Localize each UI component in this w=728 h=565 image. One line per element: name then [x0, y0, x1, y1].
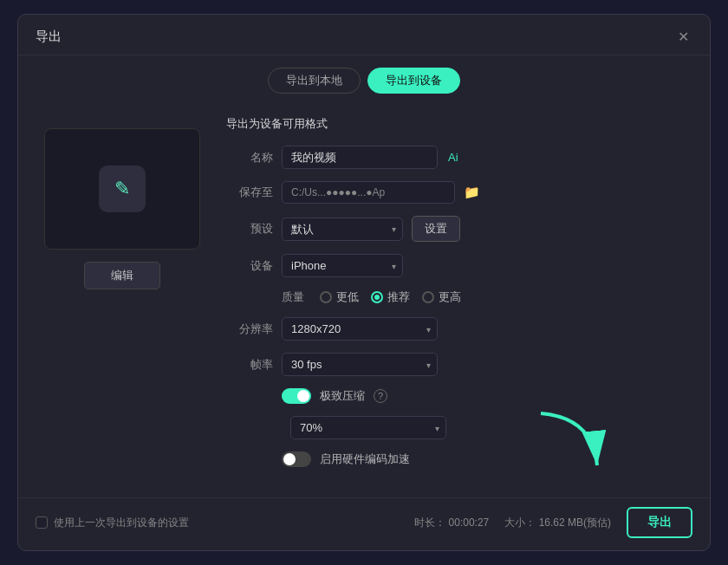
compress-percent-select-wrap: 70% ▾	[290, 416, 446, 439]
edit-button[interactable]: 编辑	[84, 262, 160, 289]
preset-label: 预设	[226, 221, 273, 237]
compress-label: 极致压缩	[320, 388, 365, 404]
compress-toggle[interactable]	[282, 388, 311, 404]
fps-row: 帧率 30 fps ▾	[226, 353, 692, 376]
quality-recommended-radio[interactable]	[371, 291, 383, 303]
name-input[interactable]	[282, 146, 438, 169]
resolution-select[interactable]: 1280x720	[282, 317, 438, 341]
ai-badge: Ai	[448, 151, 458, 164]
resolution-select-wrap: 1280x720 ▾	[282, 317, 438, 341]
fps-select-wrap: 30 fps ▾	[282, 353, 438, 376]
preview-box: ✎	[44, 128, 200, 250]
left-panel: ✎ 编辑	[36, 111, 209, 497]
compress-help-icon[interactable]: ?	[374, 389, 387, 403]
resolution-label: 分辨率	[226, 321, 273, 337]
hw-encode-label: 启用硬件编码加速	[320, 451, 410, 467]
remember-settings-row: 使用上一次导出到设备的设置	[36, 516, 189, 530]
compress-percent-row: 70% ▾	[290, 416, 692, 439]
device-label: 设备	[226, 258, 273, 274]
section-title: 导出为设备可用格式	[226, 116, 692, 132]
save-path: C:/Us...●●●●●...●Ap	[282, 181, 455, 204]
save-label: 保存至	[226, 185, 273, 200]
quality-label: 质量	[282, 289, 304, 305]
tab-device[interactable]: 导出到设备	[367, 68, 460, 94]
name-row: 名称 Ai	[226, 146, 692, 169]
folder-icon[interactable]: 📁	[464, 185, 480, 200]
export-button[interactable]: 导出	[627, 507, 692, 538]
fps-select[interactable]: 30 fps	[282, 353, 438, 376]
resolution-row: 分辨率 1280x720 ▾	[226, 317, 692, 341]
device-row: 设备 iPhone ▾	[226, 254, 692, 277]
dialog-title: 导出	[36, 29, 62, 45]
name-label: 名称	[226, 150, 273, 166]
footer-info: 时长： 00:00:27 大小： 16.62 MB(预估) 导出	[414, 507, 692, 538]
remember-label: 使用上一次导出到设备的设置	[54, 516, 189, 530]
quality-recommended[interactable]: 推荐	[371, 289, 410, 305]
quality-high[interactable]: 更高	[422, 289, 461, 305]
hw-encode-row: 启用硬件编码加速	[282, 451, 692, 467]
dialog-footer: 使用上一次导出到设备的设置 时长： 00:00:27 大小： 16.62 MB(…	[18, 497, 710, 550]
hw-encode-toggle[interactable]	[282, 451, 311, 467]
quality-row: 质量 更低 推荐 更高	[282, 289, 692, 305]
remember-checkbox[interactable]	[36, 516, 48, 529]
fps-label: 帧率	[226, 357, 273, 373]
size-info: 大小： 16.62 MB(预估)	[504, 516, 611, 530]
close-button[interactable]: ✕	[673, 27, 692, 46]
quality-high-radio[interactable]	[422, 291, 434, 303]
compress-row: 极致压缩 ?	[282, 388, 692, 404]
preset-select-wrap: 默认 ▾	[282, 218, 403, 241]
dialog-header: 导出 ✕	[18, 15, 710, 55]
quality-low[interactable]: 更低	[320, 289, 359, 305]
device-select-wrap: iPhone ▾	[282, 254, 403, 277]
right-panel: 导出为设备可用格式 名称 Ai 保存至 C:/Us...●●●●●...●Ap …	[226, 111, 692, 497]
duration-info: 时长： 00:00:27	[414, 516, 489, 530]
compress-percent-select[interactable]: 70%	[290, 416, 446, 439]
dialog-body: ✎ 编辑 导出为设备可用格式 名称 Ai 保存至 C:/Us...●●●●●..…	[18, 102, 710, 497]
quality-low-radio[interactable]	[320, 291, 332, 303]
edit-icon: ✎	[99, 166, 146, 212]
save-path-row: 保存至 C:/Us...●●●●●...●Ap 📁	[226, 181, 692, 204]
tab-local[interactable]: 导出到本地	[268, 68, 361, 94]
preset-row: 预设 默认 ▾ 设置	[226, 216, 692, 242]
export-dialog: 导出 ✕ 导出到本地 导出到设备 ✎ 编辑 导出为设备可用格式 名称 Ai	[17, 14, 711, 551]
tab-bar: 导出到本地 导出到设备	[18, 55, 710, 102]
settings-button[interactable]: 设置	[412, 216, 460, 242]
preset-select[interactable]: 默认	[282, 218, 403, 241]
device-select[interactable]: iPhone	[282, 254, 403, 277]
